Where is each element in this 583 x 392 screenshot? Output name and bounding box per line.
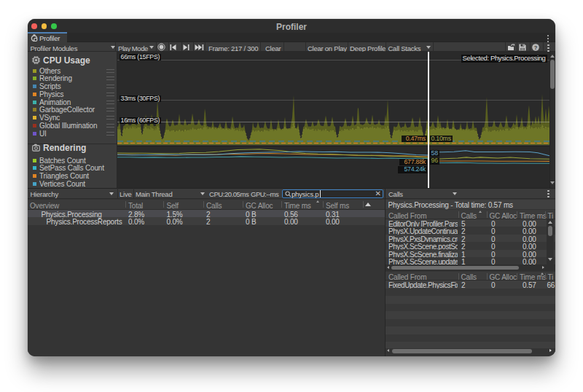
svg-text:?: ? — [534, 44, 538, 50]
